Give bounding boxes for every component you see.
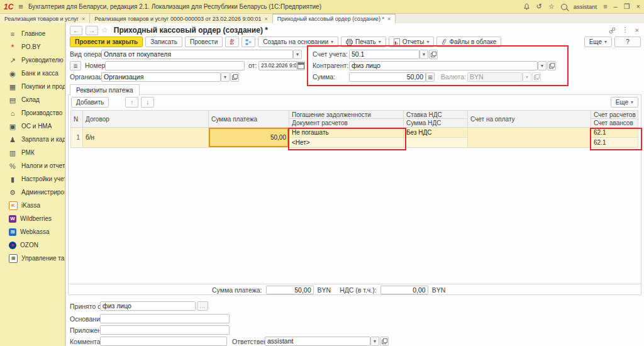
calculator-button[interactable]: ⊞ [426, 72, 435, 82]
tab-rekvizity-platezha[interactable]: Реквизиты платежа [70, 84, 140, 96]
show-postings-dtkt-button[interactable]: ДтКт [225, 36, 239, 47]
cloud-files-button[interactable]: Файлы в облаке [436, 36, 501, 47]
tab-label: Приходный кассовый ордер (создание) * [277, 16, 384, 22]
organization-dropdown-button[interactable]: ▼ [221, 72, 230, 82]
service-menu-icon[interactable]: ≡ [603, 3, 607, 10]
operation-type-field[interactable]: Оплата от покупателя [101, 50, 293, 59]
sidebar-item-rukovoditelyu[interactable]: ↗Руководителю [0, 53, 65, 67]
received-from-ellipsis-button[interactable]: ... [197, 301, 208, 311]
calendar-button[interactable] [296, 61, 305, 70]
sidebar-item-nastrojki-ucheta[interactable]: ▮Настройки учета [0, 172, 65, 186]
edit-number-button[interactable]: ≣ [70, 61, 81, 70]
more-kebab-icon[interactable]: ⋮ [622, 26, 629, 34]
sidebar-item-wildberries[interactable]: WWildberries [0, 212, 65, 225]
cash-account-open-button[interactable] [429, 50, 438, 59]
assets-icon: ▣ [8, 123, 18, 130]
sidebar-item-proizvodstvo[interactable]: ⌂Производство [0, 106, 65, 120]
create-based-on-button[interactable]: Создать на основании▾ [258, 36, 338, 47]
app-title: Бухгалтерия для Беларуси, редакция 2.1. … [28, 3, 321, 10]
move-row-down-button[interactable]: ↓ [141, 97, 154, 108]
add-row-button[interactable]: Добавить [71, 97, 109, 108]
document-structure-button[interactable] [242, 36, 255, 47]
sidebar-item-pokupki-i-prodazhi[interactable]: ▦Покупки и продажи [0, 80, 65, 93]
number-field[interactable] [105, 61, 245, 70]
sidebar-item-administrirovanie[interactable]: ⚙Администрирование [0, 186, 65, 199]
maximize-button[interactable]: ❐ [624, 3, 630, 10]
more-button[interactable]: Еще▾ [584, 36, 612, 47]
amount-field[interactable]: 50,00 [349, 72, 426, 82]
cell-row-number[interactable]: 1 [70, 128, 83, 148]
close-window-button[interactable]: × [636, 3, 640, 10]
open-form-icon [549, 63, 555, 69]
write-button[interactable]: Записать [145, 36, 182, 47]
responsible-open-button[interactable] [380, 337, 389, 346]
move-row-up-button[interactable]: ↑ [125, 97, 138, 108]
cell-schet-raschetov[interactable]: 62.1 [591, 128, 638, 138]
close-document-icon[interactable]: × [635, 26, 639, 34]
forward-button[interactable]: → [86, 26, 98, 35]
sidebar-item-upravlenie-tarifom[interactable]: ⊞Управление тарифом [0, 252, 65, 265]
current-user[interactable]: assistant [574, 3, 597, 10]
sidebar-item-os-i-nma[interactable]: ▣ОС и НМА [0, 120, 65, 133]
cell-summa-platezha-selected[interactable]: 50,00 [209, 128, 289, 148]
po-by-icon: * [8, 43, 18, 51]
cell-summa-nds[interactable] [404, 138, 468, 148]
organization-open-button[interactable] [230, 72, 239, 82]
cell-schet-avansov[interactable]: 62.1 [591, 138, 638, 148]
organization-field[interactable]: Организация [101, 72, 221, 82]
history-icon[interactable]: ↺ [536, 3, 542, 10]
comment-field[interactable] [100, 337, 227, 346]
reports-button[interactable]: Отчеты▾ [389, 36, 435, 47]
sidebar-item-sklad[interactable]: ▤Склад [0, 93, 65, 106]
operation-type-dropdown-button[interactable]: ▼ [293, 50, 302, 59]
counterparty-field[interactable]: физ лицо [349, 61, 538, 70]
back-button[interactable]: ← [70, 26, 82, 35]
post-and-close-button[interactable]: Провести и закрыть [70, 36, 143, 47]
sidebar-item-rmk[interactable]: ▥РМК [0, 146, 65, 159]
cell-pogashenie[interactable]: Не погашать [289, 128, 404, 138]
favorites-star-icon[interactable]: ☆ [548, 3, 555, 10]
sidebar-item-bank-i-kassa[interactable]: ◉Банк и касса [0, 67, 65, 80]
table-more-button[interactable]: Еще▾ [611, 97, 638, 108]
get-link-icon[interactable] [609, 26, 616, 34]
tab-label: Реализация товаров и услуг 0000-000003 о… [94, 16, 261, 22]
cell-schet-na-oplatu[interactable] [468, 128, 591, 148]
responsible-dropdown-button[interactable]: ▼ [370, 337, 379, 346]
amount-label: Сумма: [313, 72, 335, 82]
section-sidebar: ≡Главное *PO.BY ↗Руководителю ◉Банк и ка… [0, 23, 65, 346]
tab-realizaciya-2[interactable]: Реализация товаров и услуг 0000-000003 о… [90, 14, 272, 23]
cell-dokument-raschetov[interactable]: <Нет> [289, 138, 404, 148]
close-tab-icon[interactable]: × [82, 16, 85, 22]
print-button[interactable]: Печать▾ [341, 36, 386, 47]
close-tab-icon[interactable]: × [264, 16, 267, 22]
tab-realizaciya-1[interactable]: Реализация товаров и услуг × [0, 14, 90, 23]
sidebar-item-ozon[interactable]: ●OZON [0, 238, 65, 252]
help-button[interactable]: ? [614, 36, 641, 47]
cell-dogovor[interactable]: б/н [83, 128, 209, 148]
minimize-button[interactable]: – [614, 3, 618, 10]
sidebar-item-webkassa[interactable]: ⊞Webkassa [0, 225, 65, 238]
sidebar-item-po-by[interactable]: *PO.BY [0, 40, 65, 53]
responsible-field[interactable]: assistant [265, 337, 370, 346]
post-button[interactable]: Провести [185, 36, 223, 47]
tab-prihodnyj-kassovyj-order[interactable]: Приходный кассовый ордер (создание) * × [273, 14, 396, 23]
notifications-bell-icon[interactable] [523, 3, 530, 10]
attachment-field[interactable] [100, 325, 230, 335]
counterparty-open-button[interactable] [547, 61, 556, 70]
sidebar-item-ikassa[interactable]: KiKassa [0, 199, 65, 212]
favorite-star-icon[interactable]: ☆ [101, 26, 108, 35]
basis-field[interactable] [100, 314, 230, 323]
cash-account-field[interactable]: 50.1 [349, 50, 419, 59]
close-tab-icon[interactable]: × [387, 16, 391, 22]
received-from-field[interactable]: физ лицо [100, 301, 196, 311]
search-icon[interactable] [561, 4, 567, 10]
sidebar-item-zarplata-i-kadry[interactable]: ♟Зарплата и кадры [0, 133, 65, 146]
cash-account-dropdown-button[interactable]: ▼ [419, 50, 428, 59]
main-menu-icon[interactable]: ≡ [18, 2, 23, 11]
cell-stavka-nds[interactable]: Без НДС [404, 128, 468, 138]
sidebar-item-nalogi-i-otchetnost[interactable]: %Налоги и отчетность [0, 159, 65, 172]
col-header-schet-raschetov: Счет расчетов [591, 110, 638, 119]
counterparty-dropdown-button[interactable]: ▼ [538, 61, 547, 70]
sidebar-item-glavnoe[interactable]: ≡Главное [0, 27, 65, 40]
open-form-icon [382, 338, 387, 344]
